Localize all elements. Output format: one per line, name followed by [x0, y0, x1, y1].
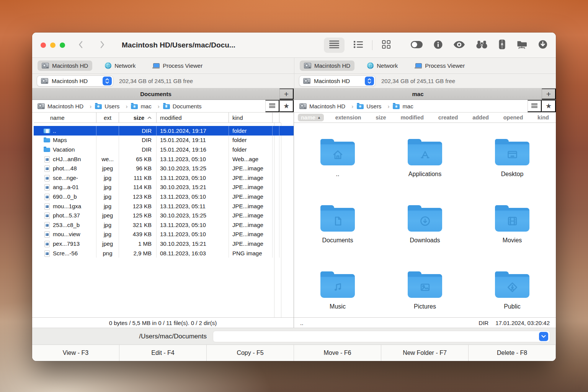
free-space-label: 202,34 GB of 245,11 GB free: [381, 78, 455, 84]
column-header[interactable]: modified▲: [397, 114, 426, 121]
folder-glyph-icon: [320, 144, 355, 165]
toggle-panels-button[interactable]: [411, 41, 423, 49]
table-row[interactable]: phot....48 jpeg 96 KB 30.10.2023, 15:25 …: [34, 163, 294, 173]
quick-look-button[interactable]: [454, 41, 465, 49]
archive-button[interactable]: [499, 39, 505, 51]
grid-folder-item[interactable]: Music: [294, 271, 381, 310]
command-input[interactable]: [213, 331, 550, 342]
table-row[interactable]: phot...5.37 jpeg 125 KB 30.10.2023, 15:2…: [34, 211, 294, 220]
command-history-button[interactable]: [539, 332, 548, 341]
get-info-button[interactable]: [434, 40, 443, 50]
close-button[interactable]: [41, 42, 46, 48]
grid-folder-item[interactable]: Applications: [381, 138, 469, 178]
add-tab-button[interactable]: +: [279, 88, 294, 100]
device-tab-icon: [105, 62, 111, 69]
drive-stepper[interactable]: [365, 77, 374, 85]
view-options-button[interactable]: [528, 100, 542, 112]
table-row[interactable]: 253...c8_b jpg 321 KB 13.11.2023, 05:10 …: [34, 220, 294, 230]
column-list-view-button[interactable]: [348, 38, 369, 53]
device-tab[interactable]: Macintosh HD: [300, 60, 354, 71]
table-row[interactable]: cHJ...anBn we... 65 KB 13.11.2023, 05:10…: [34, 154, 294, 164]
folder-tab-bar: Documents +: [32, 88, 294, 100]
column-header-modified[interactable]: modified: [157, 113, 229, 122]
grid-folder-item[interactable]: Pictures: [381, 271, 469, 310]
table-row[interactable]: mou...view jpg 439 KB 13.11.2023, 05:10 …: [34, 230, 294, 239]
folder-label: Pictures: [414, 303, 436, 310]
file-icon: [44, 212, 50, 219]
row-spacer: [273, 201, 279, 211]
breadcrumb-item[interactable]: Users ›: [357, 103, 393, 109]
drive-select[interactable]: Macintosh HD: [299, 75, 376, 87]
drive-select[interactable]: Macintosh HD: [37, 75, 113, 87]
function-key-button[interactable]: Move - F6: [294, 345, 381, 361]
column-header[interactable]: added▲: [469, 114, 492, 121]
table-row[interactable]: Scre...-56 png 2,9 MB 08.11.2023, 16:03 …: [34, 248, 294, 258]
function-key-button[interactable]: Edit - F4: [119, 345, 207, 361]
breadcrumb-item[interactable]: Users ›: [95, 103, 131, 109]
file-name: ang...a-01: [53, 184, 79, 190]
grid-folder-item[interactable]: Movies: [469, 204, 556, 244]
breadcrumb-item[interactable]: Documents ›: [163, 103, 202, 109]
breadcrumb-icon: [299, 103, 307, 109]
table-row[interactable]: .. DIR 15.01.2024, 19:17 folder: [34, 126, 294, 136]
function-key-button[interactable]: Copy - F5: [207, 345, 294, 361]
function-key-button[interactable]: New Folder - F7: [381, 345, 469, 361]
grid-folder-item[interactable]: Desktop: [469, 138, 556, 178]
table-row[interactable]: pex...7913 jpeg 1 MB 30.10.2023, 15:21 J…: [34, 239, 294, 248]
grid-folder-item[interactable]: ..: [294, 138, 381, 178]
download-icon: [538, 40, 547, 50]
breadcrumb-item[interactable]: mac ›: [131, 103, 163, 109]
device-tab[interactable]: Process Viewer: [148, 60, 207, 71]
grid-view-button[interactable]: [376, 38, 397, 53]
drive-stepper[interactable]: [103, 77, 112, 85]
favorites-button[interactable]: ★: [542, 100, 556, 112]
function-key-button[interactable]: Delete - F8: [469, 345, 556, 361]
file-name: ..: [53, 127, 56, 134]
folder-icon: [495, 208, 529, 232]
network-button[interactable]: [516, 40, 527, 50]
search-button[interactable]: [476, 41, 488, 50]
star-icon: ★: [283, 103, 289, 109]
transfers-button[interactable]: [538, 40, 547, 50]
column-header[interactable]: name▲: [298, 114, 324, 121]
table-row[interactable]: 690...0_b jpg 123 KB 13.11.2023, 05:10 J…: [34, 192, 294, 201]
grid-folder-item[interactable]: Public: [469, 271, 556, 310]
function-key-button[interactable]: View - F3: [32, 345, 119, 361]
table-row[interactable]: mou...1gxa jpg 123 KB 13.11.2023, 05:11 …: [34, 201, 294, 211]
file-name: mou...view: [53, 231, 80, 237]
table-row[interactable]: ang...a-01 jpg 114 KB 30.10.2023, 15:21 …: [34, 183, 294, 192]
view-options-button[interactable]: [265, 100, 279, 112]
device-tab[interactable]: Macintosh HD: [38, 60, 92, 71]
add-tab-button[interactable]: +: [542, 88, 556, 100]
folder-tab[interactable]: mac: [294, 88, 542, 100]
column-header-ext[interactable]: ext: [96, 113, 119, 122]
column-header-name[interactable]: name: [34, 113, 96, 122]
grid-folder-item[interactable]: Downloads: [381, 204, 469, 244]
device-tab[interactable]: Process Viewer: [410, 60, 469, 71]
back-button[interactable]: [77, 40, 84, 51]
column-header[interactable]: size▲: [372, 114, 389, 121]
breadcrumb-item[interactable]: Macintosh HD ›: [299, 103, 357, 109]
column-header[interactable]: created▲: [435, 114, 461, 121]
file-size: 2,9 MB: [119, 248, 157, 258]
column-header[interactable]: extension▲: [332, 114, 364, 121]
breadcrumb-item[interactable]: Macintosh HD ›: [38, 103, 95, 109]
table-row[interactable]: Maps DIR 15.01.2024, 19:11 folder: [34, 136, 294, 145]
list-view-button[interactable]: [324, 38, 345, 53]
breadcrumb-item[interactable]: mac ›: [393, 103, 413, 109]
favorites-button[interactable]: ★: [279, 100, 294, 112]
device-tab[interactable]: Network: [101, 60, 140, 71]
chevron-separator-icon: ›: [90, 103, 91, 109]
column-header-size[interactable]: size: [119, 113, 157, 122]
folder-tab[interactable]: Documents: [32, 88, 279, 100]
minimize-button[interactable]: [50, 42, 56, 48]
column-header[interactable]: kind▲: [534, 114, 552, 121]
forward-button[interactable]: [99, 40, 106, 51]
device-tab[interactable]: Network: [363, 60, 402, 71]
table-row[interactable]: sce...nge- jpg 111 KB 13.11.2023, 05:10 …: [34, 173, 294, 183]
column-header-kind[interactable]: kind: [229, 113, 273, 122]
zoom-button[interactable]: [60, 42, 65, 48]
column-header[interactable]: opened▲: [500, 114, 526, 121]
grid-folder-item[interactable]: Documents: [294, 204, 381, 244]
table-row[interactable]: Vacation DIR 15.01.2024, 19:16 folder: [34, 145, 294, 154]
